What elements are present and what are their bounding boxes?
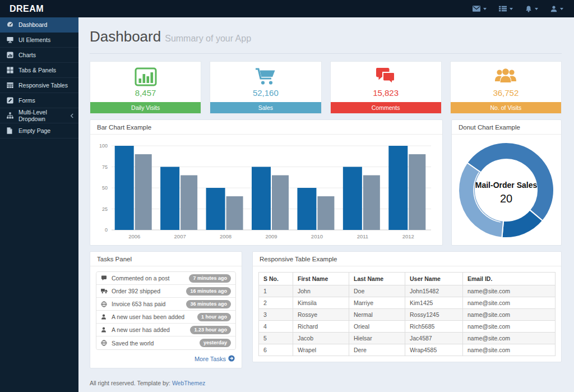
- tasks-dropdown[interactable]: [493, 0, 519, 17]
- task-list: Commented on a post 7 minutes ago Order …: [96, 271, 236, 350]
- table-row: 2KimsilaMarriyeKim1425name@site.com: [259, 297, 556, 309]
- cell: Wrapel: [293, 344, 349, 356]
- sidebar-item-forms[interactable]: Forms: [0, 93, 78, 108]
- user-icon: [101, 327, 108, 333]
- svg-text:50: 50: [102, 185, 108, 191]
- sitemap-icon: [7, 112, 14, 119]
- panel-title: Tasks Panel: [90, 252, 242, 266]
- data-table: S No. First Name Last Name User Name Ema…: [258, 272, 556, 356]
- svg-text:2009: 2009: [265, 233, 277, 239]
- webthemez-link[interactable]: WebThemez: [172, 380, 205, 386]
- cell: name@site.com: [463, 309, 556, 321]
- caret-down-icon: [483, 8, 487, 10]
- comments-icon: [374, 66, 397, 87]
- task-time-badge: 1 hour ago: [197, 313, 231, 321]
- users-icon: [494, 66, 517, 87]
- stat-card-no-of-visits: 36,752 No. of Visits: [450, 61, 562, 114]
- page-title: DashboardSummary of your App: [90, 27, 562, 48]
- cell: Doe: [349, 285, 405, 297]
- panel-title: Donut Chart Example: [452, 120, 561, 135]
- sidebar-item-multi-level-dropdown[interactable]: Multi-Level Dropdown: [0, 108, 78, 123]
- column-header: S No.: [259, 273, 293, 285]
- table-row: 3RossyeNermalRossy1245name@site.com: [259, 309, 556, 321]
- cell: name@site.com: [463, 321, 556, 333]
- task-item: A new user has been added 1 hour ago: [96, 311, 235, 324]
- task-text: Invoice 653 has paid: [112, 301, 165, 307]
- task-item: Saved the world yesterday: [96, 336, 235, 349]
- donut-chart: Mail-Order Sales20: [452, 135, 561, 247]
- more-tasks-label: More Tasks: [195, 356, 226, 362]
- tasks-panel: Tasks Panel Commented on a post 7 minute…: [90, 251, 242, 368]
- sidebar-item-label: Multi-Level Dropdown: [18, 109, 70, 122]
- caret-down-icon: [510, 8, 513, 10]
- task-item: A new user has added 1.23 hour ago: [96, 324, 235, 336]
- bar-chart: 02550751002006200720082009201020112012: [95, 138, 438, 248]
- stats-row: 8,457 Daily Visits 52,160 Sales 15,823 C…: [90, 61, 562, 114]
- task-time-badge: yesterday: [200, 339, 231, 347]
- responsive-table-panel: Responsive Table Example S No. First Nam…: [252, 251, 562, 362]
- stat-label: No. of Visits: [451, 102, 561, 113]
- notifications-dropdown[interactable]: [519, 0, 544, 17]
- svg-text:2012: 2012: [402, 233, 414, 239]
- cell: name@site.com: [463, 344, 556, 356]
- task-text: Saved the world: [112, 340, 154, 347]
- chart-icon: [7, 52, 14, 58]
- svg-text:Mail-Order Sales: Mail-Order Sales: [475, 181, 538, 190]
- sidebar-item-empty-page[interactable]: Empty Page: [0, 123, 78, 139]
- svg-text:2006: 2006: [128, 233, 140, 239]
- column-header: User Name: [405, 273, 463, 285]
- table-row: 4RichardOriealRich5685name@site.com: [259, 321, 556, 333]
- table-row: 5JacobHielsarJac4587name@site.com: [259, 333, 556, 344]
- page-subtitle: Summary of your App: [165, 34, 251, 43]
- cell: Rich5685: [405, 321, 463, 333]
- cell: Jac4587: [405, 333, 463, 344]
- column-header: Email ID.: [463, 273, 556, 285]
- main-content: DashboardSummary of your App 8,457 Daily…: [78, 17, 574, 392]
- cell: John15482: [405, 285, 463, 297]
- bottom-row: Tasks Panel Commented on a post 7 minute…: [90, 251, 562, 368]
- top-navbar: DREAM: [0, 0, 574, 17]
- more-tasks-link[interactable]: More Tasks: [90, 350, 242, 368]
- sidebar-item-charts[interactable]: Charts: [0, 48, 78, 63]
- cell: 2: [259, 297, 293, 309]
- panel-title: Responsive Table Example: [253, 252, 561, 266]
- sidebar-item-dashboard[interactable]: Dashboard: [0, 17, 78, 33]
- stat-card-comments: 15,823 Comments: [330, 61, 442, 114]
- table-row: 1JohnDoeJohn15482name@site.com: [259, 285, 556, 297]
- cell: Rossye: [293, 309, 349, 321]
- cell: 5: [259, 333, 293, 344]
- cell: name@site.com: [463, 333, 556, 344]
- sidebar-item-ui-elements[interactable]: UI Elements: [0, 33, 78, 48]
- brand-logo[interactable]: DREAM: [10, 0, 44, 17]
- column-header: First Name: [293, 273, 349, 285]
- sidebar: Dashboard UI Elements Charts Tabs & Pane…: [0, 17, 78, 392]
- cell: John: [293, 285, 349, 297]
- cell: Richard: [293, 321, 349, 333]
- user-icon: [101, 314, 108, 320]
- sidebar-item-label: Forms: [18, 97, 35, 104]
- cell: Rossy1245: [405, 309, 463, 321]
- svg-text:25: 25: [102, 206, 108, 212]
- cell: Jacob: [293, 333, 349, 344]
- page-footer: All right reserved. Template by: WebThem…: [90, 380, 562, 386]
- task-time-badge: 1.23 hour ago: [190, 326, 231, 334]
- sidebar-item-tabs-panels[interactable]: Tabs & Panels: [0, 63, 78, 78]
- svg-text:0: 0: [105, 227, 108, 233]
- messages-dropdown[interactable]: [466, 0, 493, 17]
- globe-icon: [101, 340, 108, 346]
- cell: 3: [259, 309, 293, 321]
- cell: 4: [259, 321, 293, 333]
- user-dropdown[interactable]: [544, 0, 570, 17]
- task-time-badge: 16 minutes ago: [186, 287, 231, 296]
- envelope-icon: [473, 6, 480, 12]
- file-icon: [7, 127, 14, 134]
- svg-text:2011: 2011: [357, 233, 368, 239]
- cell: Nermal: [349, 309, 405, 321]
- task-item: Invoice 653 has paid 36 minutes ago: [96, 298, 235, 311]
- sidebar-item-label: UI Elements: [18, 36, 50, 43]
- cell: Dere: [349, 344, 405, 356]
- sidebar-item-responsive-tables[interactable]: Responsive Tables: [0, 78, 78, 93]
- cell: Kimsila: [293, 297, 349, 309]
- truck-icon: [101, 288, 108, 294]
- cell: 1: [259, 285, 293, 297]
